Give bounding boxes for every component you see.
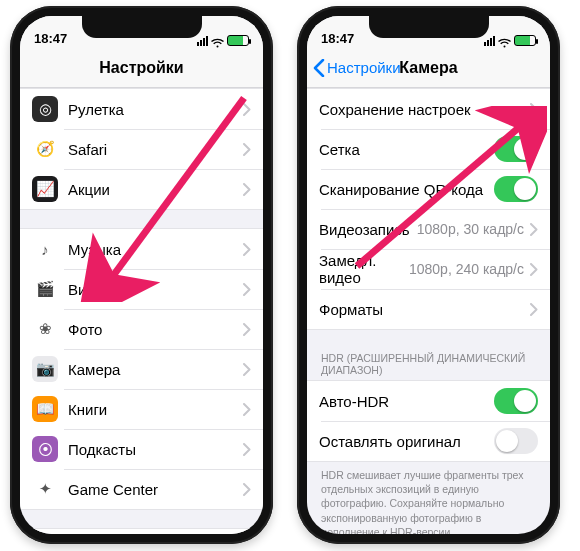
chevron-right-icon [243,283,251,296]
wifi-icon [211,36,224,46]
status-indicators [197,35,249,46]
settings-row-books[interactable]: 📖Книги [20,389,263,429]
row-label: Сохранение настроек [319,101,530,118]
chevron-right-icon [243,483,251,496]
settings-row-gamecenter[interactable]: ✦Game Center [20,469,263,509]
row-detail: 1080p, 30 кадр/с [417,221,524,237]
gamecenter-icon: ✦ [32,476,58,502]
settings-row-video[interactable]: 🎬Видео [20,269,263,309]
battery-icon [514,35,536,46]
row-grid[interactable]: Сетка [307,129,550,169]
row-keeporig[interactable]: Оставлять оригинал [307,421,550,461]
chevron-left-icon [313,59,325,77]
screen-left: 18:47 Настройки ◎Рулетка🧭Safari📈Акции♪Му… [20,16,263,534]
battery-icon [227,35,249,46]
chevron-right-icon [243,183,251,196]
wifi-icon [498,36,511,46]
row-label: Музыка [68,241,243,258]
row-autohdr[interactable]: Авто-HDR [307,381,550,421]
row-label: Сетка [319,141,494,158]
section-footer: HDR смешивает лучшие фрагменты трех отде… [307,462,550,534]
chevron-right-icon [530,303,538,316]
chevron-right-icon [243,103,251,116]
chevron-right-icon [243,443,251,456]
row-slomo[interactable]: Замедл. видео1080p, 240 кадр/с [307,249,550,289]
nav-bar: Настройки [20,48,263,88]
chevron-right-icon [530,103,538,116]
phone-right: 18:47 Настройки Камера Сохранение настро… [297,6,560,544]
music-icon: ♪ [32,236,58,262]
row-label: Сканирование QR-кода [319,181,494,198]
phone-left: 18:47 Настройки ◎Рулетка🧭Safari📈Акции♪Му… [10,6,273,544]
screen-right: 18:47 Настройки Камера Сохранение настро… [307,16,550,534]
toggle-autohdr[interactable] [494,388,538,414]
status-indicators [484,35,536,46]
row-label: Подкасты [68,441,243,458]
row-label: Книги [68,401,243,418]
video-icon: 🎬 [32,276,58,302]
chevron-right-icon [243,363,251,376]
row-video[interactable]: Видеозапись1080p, 30 кадр/с [307,209,550,249]
row-label: Видеозапись [319,221,417,238]
row-label: Game Center [68,481,243,498]
cellular-icon [484,36,495,46]
camera-settings[interactable]: Сохранение настроекСеткаСканирование QR-… [307,88,550,534]
section-header: HDR (РАСШИРЕННЫЙ ДИНАМИЧЕСКИЙ ДИАПАЗОН) [307,348,550,380]
settings-row-camera[interactable]: 📷Камера [20,349,263,389]
page-title: Камера [399,59,457,77]
photos-icon: ❀ [32,316,58,342]
row-label: Видео [68,281,243,298]
books-icon: 📖 [32,396,58,422]
chevron-right-icon [243,243,251,256]
podcasts-icon: ⦿ [32,436,58,462]
camera-icon: 📷 [32,356,58,382]
chevron-right-icon [530,263,538,276]
safari-icon: 🧭 [32,136,58,162]
row-preserve[interactable]: Сохранение настроек [307,89,550,129]
row-label: Акции [68,181,243,198]
settings-row-podcasts[interactable]: ⦿Подкасты [20,429,263,469]
row-label: Safari [68,141,243,158]
status-time: 18:47 [34,31,67,46]
row-qrscan[interactable]: Сканирование QR-кода [307,169,550,209]
chevron-right-icon [243,143,251,156]
roulette-icon: ◎ [32,96,58,122]
row-label: Замедл. видео [319,252,409,286]
row-label: Рулетка [68,101,243,118]
row-formats[interactable]: Форматы [307,289,550,329]
row-label: Камера [68,361,243,378]
page-title: Настройки [99,59,183,77]
row-detail: 1080p, 240 кадр/с [409,261,524,277]
row-label: Оставлять оригинал [319,433,494,450]
row-label: Форматы [319,301,530,318]
settings-row-photos[interactable]: ❀Фото [20,309,263,349]
notch [82,16,202,38]
back-button[interactable]: Настройки [313,48,401,87]
toggle-qrscan[interactable] [494,176,538,202]
settings-row-stocks[interactable]: 📈Акции [20,169,263,209]
row-label: Фото [68,321,243,338]
settings-row-navigator[interactable]: ➤Навигатор [20,529,263,534]
status-time: 18:47 [321,31,354,46]
row-label: Авто-HDR [319,393,494,410]
chevron-right-icon [243,403,251,416]
chevron-right-icon [530,223,538,236]
toggle-keeporig[interactable] [494,428,538,454]
chevron-right-icon [243,323,251,336]
nav-bar: Настройки Камера [307,48,550,88]
back-label: Настройки [327,59,401,76]
stocks-icon: 📈 [32,176,58,202]
settings-list[interactable]: ◎Рулетка🧭Safari📈Акции♪Музыка🎬Видео❀Фото📷… [20,88,263,534]
settings-row-music[interactable]: ♪Музыка [20,229,263,269]
cellular-icon [197,36,208,46]
notch [369,16,489,38]
toggle-grid[interactable] [494,136,538,162]
settings-row-safari[interactable]: 🧭Safari [20,129,263,169]
settings-row-roulette[interactable]: ◎Рулетка [20,89,263,129]
